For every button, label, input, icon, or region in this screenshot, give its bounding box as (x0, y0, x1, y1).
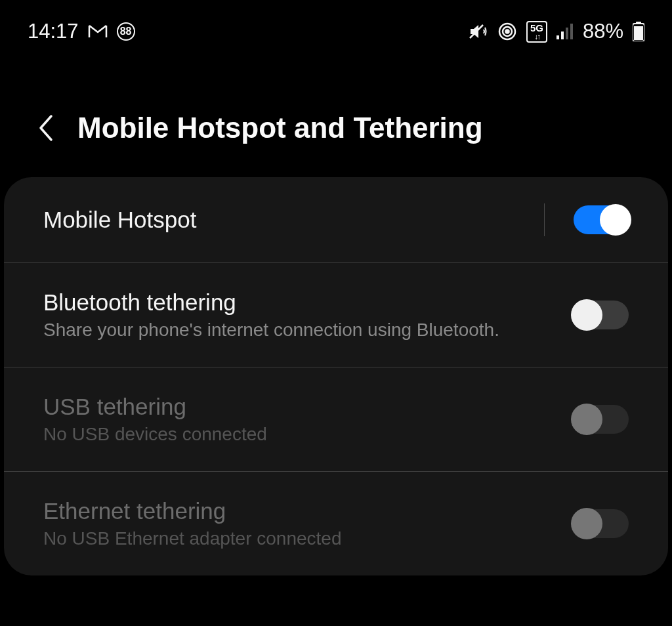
fiveg-icon: 5G ↓↑ (526, 21, 547, 43)
toggle-usb-tethering (574, 405, 629, 434)
setting-text: USB tethering No USB devices connected (43, 394, 558, 445)
setting-title: Mobile Hotspot (43, 207, 528, 233)
svg-point-3 (505, 30, 509, 33)
toggle-knob (571, 508, 602, 539)
setting-ethernet-tethering: Ethernet tethering No USB Ethernet adapt… (4, 472, 668, 575)
toggle-knob (571, 404, 602, 435)
svg-rect-4 (556, 35, 559, 39)
setting-usb-tethering: USB tethering No USB devices connected (4, 367, 668, 472)
toggle-bluetooth-tethering[interactable] (574, 301, 629, 329)
toggle-knob (571, 299, 602, 331)
setting-mobile-hotspot[interactable]: Mobile Hotspot (4, 177, 668, 263)
status-bar: 14:17 88 5G ↓↑ (0, 0, 672, 52)
setting-text: Bluetooth tethering Share your phone's i… (43, 289, 558, 341)
battery-percent: 88% (583, 20, 623, 43)
settings-panel: Mobile Hotspot Bluetooth tethering Share… (4, 177, 668, 575)
setting-text: Mobile Hotspot (43, 207, 528, 233)
setting-title: USB tethering (43, 394, 558, 420)
status-left: 14:17 88 (28, 20, 135, 43)
svg-rect-5 (561, 31, 564, 39)
battery-icon (633, 22, 644, 41)
status-time: 14:17 (28, 20, 79, 43)
svg-rect-7 (570, 24, 573, 39)
toggle-ethernet-tethering (574, 509, 629, 538)
divider (544, 203, 545, 236)
setting-subtitle: Share your phone's internet connection u… (43, 320, 558, 341)
setting-bluetooth-tethering[interactable]: Bluetooth tethering Share your phone's i… (4, 263, 668, 367)
page-header: Mobile Hotspot and Tethering (0, 52, 672, 177)
setting-subtitle: No USB devices connected (43, 424, 558, 445)
svg-rect-10 (634, 26, 643, 40)
svg-rect-6 (566, 28, 568, 39)
mute-vibrate-icon (469, 22, 488, 41)
signal-icon (556, 24, 574, 39)
setting-subtitle: No USB Ethernet adapter connected (43, 528, 558, 549)
hotspot-icon (497, 22, 517, 41)
notification-badge-icon: 88 (117, 22, 135, 41)
toggle-knob (600, 204, 631, 236)
setting-title: Bluetooth tethering (43, 289, 558, 316)
gmail-icon (88, 24, 108, 39)
page-title: Mobile Hotspot and Tethering (77, 112, 483, 144)
back-icon[interactable] (37, 114, 54, 142)
toggle-mobile-hotspot[interactable] (574, 205, 629, 234)
status-right: 5G ↓↑ 88% (469, 20, 644, 43)
setting-title: Ethernet tethering (43, 498, 558, 524)
setting-text: Ethernet tethering No USB Ethernet adapt… (43, 498, 558, 549)
